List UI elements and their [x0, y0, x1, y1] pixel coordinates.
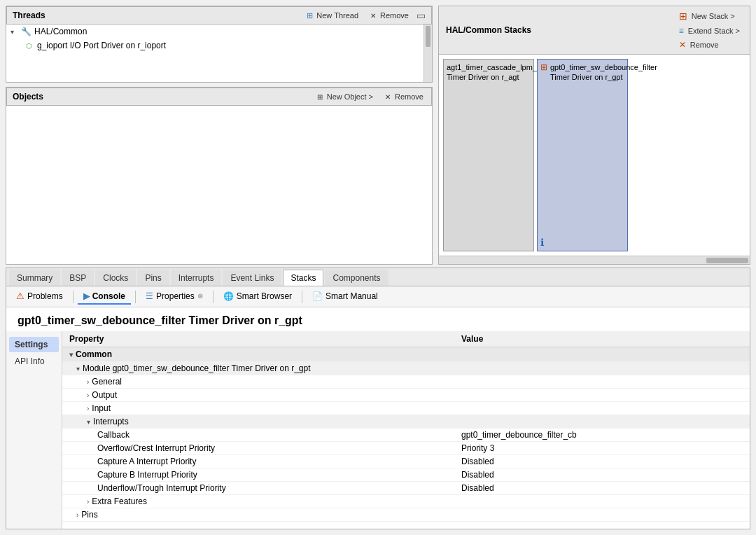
gpt0-card-header: ⊞ gpt0_timer_sw_debounce_filter Timer Dr… — [540, 62, 624, 83]
extend-stack-icon: ≡ — [679, 26, 684, 36]
extend-stack-button[interactable]: ≡ Extend Stack > — [676, 25, 743, 37]
output-prop: ›Output — [62, 389, 454, 402]
callback-prop: Callback — [62, 429, 454, 442]
new-stack-icon: ⊞ — [679, 11, 687, 22]
objects-remove-icon: ✕ — [383, 92, 393, 102]
bottom-main: Settings API Info Property Value — [6, 331, 750, 529]
objects-remove-button[interactable]: ✕ Remove — [381, 91, 426, 102]
threads-scrollbar-thumb — [426, 26, 430, 47]
common-arrow: ▾ — [69, 351, 73, 359]
table-row[interactable]: ›Pins — [62, 508, 750, 522]
agt1-card-title: agt1_timer_cascade_lpm_trigger Timer Dri… — [447, 62, 531, 83]
bottom-section: Summary BSP Clocks Pins Interrupts Event… — [6, 268, 750, 529]
hal-icon: 🔧 — [20, 26, 31, 37]
stacks-remove-button[interactable]: ✕ Remove — [676, 39, 743, 51]
toolbar-row: ⚠ Problems ▶ Console ☰ Properties ⊗ 🌐 Sm… — [6, 286, 750, 307]
threads-header: Threads ⊞ New Thread ✕ Remove ▭ — [6, 6, 432, 25]
stacks-scrollbar-thumb — [706, 258, 748, 263]
pins-arrow: › — [76, 511, 78, 519]
new-thread-icon: ⊞ — [304, 11, 314, 20]
settings-tab-settings[interactable]: Settings — [9, 337, 59, 352]
new-object-icon: ⊞ — [315, 92, 325, 102]
capture-a-val: Disabled — [454, 455, 750, 468]
ioport-icon: ⬡ — [23, 40, 34, 51]
input-val — [454, 402, 750, 415]
table-row[interactable]: Capture B Interrupt Priority Disabled — [62, 468, 750, 482]
settings-tab-api-info[interactable]: API Info — [9, 354, 59, 369]
objects-actions: ⊞ New Object > ✕ Remove — [313, 91, 426, 102]
tab-stacks[interactable]: Stacks — [283, 270, 323, 286]
common-group-label: ▾Common — [62, 347, 750, 362]
extra-features-prop: ›Extra Features — [62, 495, 454, 508]
general-val — [454, 375, 750, 389]
underflow-val: Disabled — [454, 482, 750, 495]
console-icon: ▶ — [83, 291, 90, 301]
interrupts-arrow: ▾ — [87, 418, 90, 426]
tab-pins[interactable]: Pins — [137, 270, 169, 286]
toolbar-tab-problems[interactable]: ⚠ Problems — [10, 289, 69, 305]
thread-ioport[interactable]: ⬡ g_ioport I/O Port Driver on r_ioport — [6, 39, 424, 53]
thread-hal-common[interactable]: ▾ 🔧 HAL/Common — [6, 25, 424, 39]
output-arrow: › — [87, 391, 89, 399]
new-object-button[interactable]: ⊞ New Object > — [313, 91, 375, 102]
bottom-tabs-row: Summary BSP Clocks Pins Interrupts Event… — [6, 268, 750, 286]
overflow-prop: Overflow/Crest Interrupt Priority — [62, 442, 454, 455]
general-prop: ›General — [62, 375, 454, 389]
main-container: Threads ⊞ New Thread ✕ Remove ▭ — [0, 0, 756, 535]
table-row[interactable]: Underflow/Trough Interrupt Priority Disa… — [62, 482, 750, 495]
table-row[interactable]: ▾Module gpt0_timer_sw_debounce_filter Ti… — [62, 362, 750, 375]
table-row[interactable]: Overflow/Crest Interrupt Priority Priori… — [62, 442, 750, 455]
output-val — [454, 389, 750, 402]
input-arrow: › — [87, 405, 89, 412]
table-row[interactable]: Callback gpt0_timer_debounce_filter_cb — [62, 429, 750, 442]
gpt0-info-icon[interactable]: ℹ — [540, 237, 544, 248]
toolbar-tab-console[interactable]: ▶ Console — [78, 289, 131, 305]
settings-sidebar: Settings API Info — [6, 331, 62, 529]
stack-card-gpt0[interactable]: ⊞ gpt0_timer_sw_debounce_filter Timer Dr… — [537, 59, 628, 251]
smart-browser-icon: 🌐 — [223, 291, 234, 301]
stacks-scrollbar[interactable] — [439, 256, 750, 264]
stack-card-agt1[interactable]: agt1_timer_cascade_lpm_trigger Timer Dri… — [443, 59, 534, 251]
table-row[interactable]: ›Extra Features — [62, 495, 750, 508]
table-row[interactable]: ›Input — [62, 402, 750, 415]
left-panel: Threads ⊞ New Thread ✕ Remove ▭ — [6, 6, 433, 265]
toolbar-sep-2 — [135, 291, 136, 303]
tab-components[interactable]: Components — [325, 270, 388, 286]
tab-bsp[interactable]: BSP — [62, 270, 94, 286]
toolbar-tab-smart-browser[interactable]: 🌐 Smart Browser — [218, 289, 298, 305]
module-subgroup-label: ▾Module gpt0_timer_sw_debounce_filter Ti… — [62, 362, 750, 375]
properties-table: Property Value ▾Common — [62, 331, 750, 522]
interrupts-subgroup-label: ▾Interrupts — [62, 415, 750, 429]
stacks-cards-area: agt1_timer_cascade_lpm_trigger Timer Dri… — [439, 55, 750, 256]
threads-remove-button[interactable]: ✕ Remove — [366, 10, 411, 21]
table-row[interactable]: ›General — [62, 375, 750, 389]
threads-panel-close[interactable]: ▭ — [416, 10, 426, 21]
col-property-header: Property — [62, 331, 454, 347]
extra-features-val — [454, 495, 750, 508]
tab-summary[interactable]: Summary — [9, 270, 60, 286]
properties-content-area: Property Value ▾Common — [62, 331, 750, 529]
tab-event-links[interactable]: Event Links — [223, 270, 281, 286]
table-row[interactable]: ▾Interrupts — [62, 415, 750, 429]
page-title: gpt0_timer_sw_debounce_filter Timer Driv… — [6, 307, 750, 331]
new-stack-button[interactable]: ⊞ New Stack > — [676, 9, 743, 23]
threads-scrollbar[interactable] — [424, 25, 432, 82]
new-thread-button[interactable]: ⊞ New Thread — [302, 10, 360, 21]
general-arrow: › — [87, 378, 89, 386]
table-row[interactable]: Capture A Interrupt Priority Disabled — [62, 455, 750, 468]
properties-close-indicator: ⊗ — [197, 292, 203, 300]
tab-interrupts[interactable]: Interrupts — [171, 270, 222, 286]
right-panel-header: HAL/Common Stacks ⊞ New Stack > ≡ Extend… — [439, 6, 750, 55]
capture-a-prop: Capture A Interrupt Priority — [62, 455, 454, 468]
pins-prop: ›Pins — [62, 508, 454, 522]
underflow-prop: Underflow/Trough Interrupt Priority — [62, 482, 454, 495]
toolbar-sep-3 — [213, 291, 214, 303]
tab-clocks[interactable]: Clocks — [95, 270, 136, 286]
table-row[interactable]: ›Output — [62, 389, 750, 402]
table-row[interactable]: ▾Common — [62, 347, 750, 362]
toolbar-tab-properties[interactable]: ☰ Properties ⊗ — [140, 289, 209, 305]
objects-content — [6, 106, 432, 264]
toolbar-tab-smart-manual[interactable]: 📄 Smart Manual — [307, 289, 384, 305]
input-prop: ›Input — [62, 402, 454, 415]
objects-panel: Objects ⊞ New Object > ✕ Remove — [6, 87, 433, 265]
